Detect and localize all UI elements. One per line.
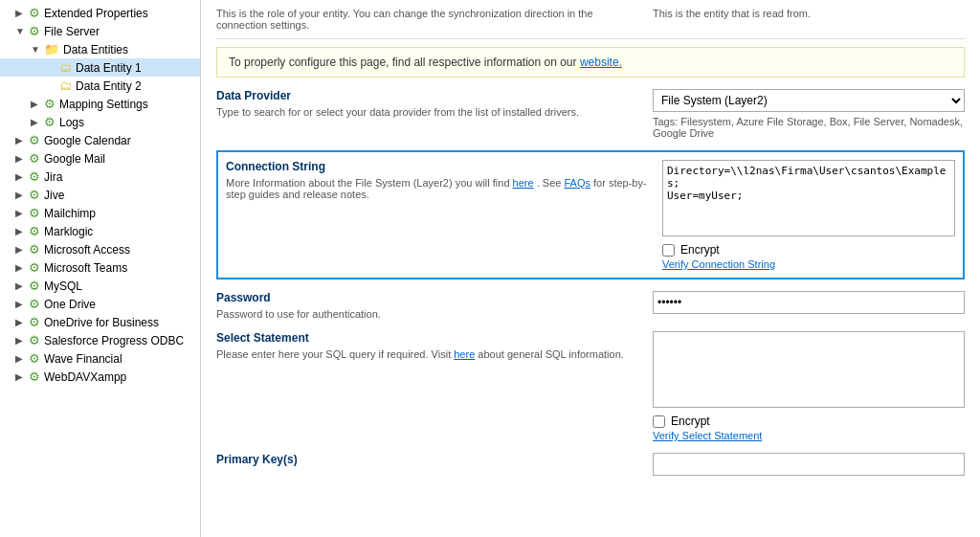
sidebar-item-wave-financial[interactable]: ▶⚙Wave Financial xyxy=(0,349,200,368)
sidebar: ▶⚙Extended Properties▼⚙File Server▼📁Data… xyxy=(0,0,201,537)
sidebar-item-google-calendar[interactable]: ▶⚙Google Calendar xyxy=(0,131,200,149)
primary-keys-label-area: Primary Key(s) xyxy=(216,453,637,476)
entity-icon-data-entity-2: 🗂 xyxy=(59,78,72,93)
gear-icon-logs: ⚙ xyxy=(44,115,56,129)
data-provider-select[interactable]: File System (Layer2) xyxy=(653,89,965,112)
connection-string-label-area: Connection String More Information about… xyxy=(226,160,647,270)
sidebar-label-mailchimp: Mailchimp xyxy=(44,207,96,220)
select-statement-textarea[interactable] xyxy=(653,331,965,408)
sidebar-label-data-entity-1: Data Entity 1 xyxy=(76,61,142,75)
password-heading: Password xyxy=(216,291,637,304)
select-statement-label-area: Select Statement Please enter here your … xyxy=(216,331,637,441)
gear-icon-file-server: ⚙ xyxy=(29,24,40,38)
sidebar-label-mysql: MySQL xyxy=(44,280,82,293)
info-banner-link[interactable]: website. xyxy=(580,56,622,69)
data-provider-desc: Type to search for or select your data p… xyxy=(216,106,637,118)
sidebar-item-data-entity-2[interactable]: 🗂Data Entity 2 xyxy=(0,77,200,95)
sidebar-item-microsoft-teams[interactable]: ▶⚙Microsoft Teams xyxy=(0,258,200,277)
sel-desc-after: about general SQL information. xyxy=(478,348,623,360)
primary-keys-control xyxy=(653,453,965,476)
gear-icon-salesforce-progress: ⚙ xyxy=(29,333,40,347)
connection-string-control: Directory=\\l2nas\Firma\User\csantos\Exa… xyxy=(662,160,955,270)
sidebar-label-extended-properties: Extended Properties xyxy=(44,7,148,20)
sidebar-item-jira[interactable]: ▶⚙Jira xyxy=(0,168,200,186)
sidebar-item-salesforce-progress[interactable]: ▶⚙Salesforce Progress ODBC xyxy=(0,331,200,349)
connection-verify-link[interactable]: Verify Connection String xyxy=(662,258,955,270)
connection-string-heading: Connection String xyxy=(226,160,647,173)
folder-icon-data-entities: 📁 xyxy=(44,42,59,56)
data-provider-label-area: Data Provider Type to search for or sele… xyxy=(216,89,637,139)
gear-icon-extended-properties: ⚙ xyxy=(29,6,40,20)
expand-arrow-mailchimp: ▶ xyxy=(15,208,27,218)
gear-icon-mailchimp: ⚙ xyxy=(29,206,40,220)
sidebar-label-one-drive: One Drive xyxy=(44,298,96,311)
sel-desc-before: Please enter here your SQL query if requ… xyxy=(216,348,451,360)
select-encrypt-label: Encrypt xyxy=(671,414,710,428)
sidebar-item-mapping-settings[interactable]: ▶⚙Mapping Settings xyxy=(0,95,200,113)
primary-keys-input[interactable] xyxy=(653,453,965,476)
info-banner-text: To properly configure this page, find al… xyxy=(229,56,577,69)
expand-arrow-file-server: ▼ xyxy=(15,26,27,36)
main-content: This is the role of your entity. You can… xyxy=(201,0,980,537)
sidebar-item-extended-properties[interactable]: ▶⚙Extended Properties xyxy=(0,4,200,22)
sidebar-label-onedrive-business: OneDrive for Business xyxy=(44,316,159,329)
sidebar-label-data-entities: Data Entities xyxy=(63,43,128,56)
sidebar-item-file-server[interactable]: ▼⚙File Server xyxy=(0,22,200,40)
expand-arrow-salesforce-progress: ▶ xyxy=(15,335,27,346)
password-desc: Password to use for authentication. xyxy=(216,308,637,320)
sidebar-item-one-drive[interactable]: ▶⚙One Drive xyxy=(0,295,200,313)
conn-desc-before: More Information about the File System (… xyxy=(226,177,510,189)
connection-encrypt-checkbox[interactable] xyxy=(662,244,675,257)
gear-icon-jira: ⚙ xyxy=(29,169,40,184)
connection-string-desc: More Information about the File System (… xyxy=(226,177,647,200)
conn-here-link[interactable]: here xyxy=(513,177,534,189)
entity-icon-data-entity-1: 🗂 xyxy=(59,60,72,75)
sidebar-label-file-server: File Server xyxy=(44,25,100,38)
expand-arrow-jira: ▶ xyxy=(15,171,27,182)
select-verify-link[interactable]: Verify Select Statement xyxy=(653,430,965,441)
expand-arrow-google-mail: ▶ xyxy=(15,153,27,164)
data-provider-control: File System (Layer2) Tags: Filesystem, A… xyxy=(653,89,965,139)
select-encrypt-row: Encrypt xyxy=(653,414,965,428)
sidebar-item-data-entity-1[interactable]: 🗂Data Entity 1 xyxy=(0,58,200,77)
sidebar-item-mysql[interactable]: ▶⚙MySQL xyxy=(0,277,200,295)
entity-type-row: This is the role of your entity. You can… xyxy=(216,8,965,31)
conn-desc-middle: . See xyxy=(537,177,562,189)
sidebar-item-jive[interactable]: ▶⚙Jive xyxy=(0,186,200,204)
sidebar-item-google-mail[interactable]: ▶⚙Google Mail xyxy=(0,149,200,168)
gear-icon-wave-financial: ⚙ xyxy=(29,351,40,366)
sidebar-label-salesforce-progress: Salesforce Progress ODBC xyxy=(44,334,184,347)
gear-icon-mysql: ⚙ xyxy=(29,279,40,293)
sidebar-item-microsoft-access[interactable]: ▶⚙Microsoft Access xyxy=(0,240,200,258)
connection-string-box: Connection String More Information about… xyxy=(216,150,965,280)
gear-icon-google-calendar: ⚙ xyxy=(29,133,40,147)
sidebar-label-marklogic: Marklogic xyxy=(44,225,93,238)
select-encrypt-checkbox[interactable] xyxy=(653,415,665,428)
data-provider-heading: Data Provider xyxy=(216,89,637,102)
connection-encrypt-row: Encrypt xyxy=(662,243,955,257)
sidebar-item-data-entities[interactable]: ▼📁Data Entities xyxy=(0,40,200,58)
data-provider-tags: Tags: Filesystem, Azure File Storage, Bo… xyxy=(653,116,965,139)
sidebar-label-logs: Logs xyxy=(59,116,84,129)
conn-faqs-link[interactable]: FAQs xyxy=(564,177,590,189)
expand-arrow-wave-financial: ▶ xyxy=(15,353,27,364)
expand-arrow-onedrive-business: ▶ xyxy=(15,317,27,327)
primary-keys-heading: Primary Key(s) xyxy=(216,453,637,466)
connection-string-textarea[interactable]: Directory=\\l2nas\Firma\User\csantos\Exa… xyxy=(662,160,955,236)
select-statement-section: Select Statement Please enter here your … xyxy=(216,331,965,441)
sidebar-label-jive: Jive xyxy=(44,189,64,202)
sidebar-item-logs[interactable]: ▶⚙Logs xyxy=(0,113,200,131)
sidebar-label-google-calendar: Google Calendar xyxy=(44,134,131,147)
password-label-area: Password Password to use for authenticat… xyxy=(216,291,637,320)
sidebar-item-webdav-xampp[interactable]: ▶⚙WebDAVXampp xyxy=(0,368,200,386)
expand-arrow-microsoft-teams: ▶ xyxy=(15,262,27,273)
expand-arrow-jive: ▶ xyxy=(15,190,27,200)
sidebar-item-mailchimp[interactable]: ▶⚙Mailchimp xyxy=(0,204,200,222)
sel-here-link[interactable]: here xyxy=(454,348,475,360)
password-input[interactable] xyxy=(653,291,965,314)
expand-arrow-one-drive: ▶ xyxy=(15,299,27,309)
sidebar-item-onedrive-business[interactable]: ▶⚙OneDrive for Business xyxy=(0,313,200,331)
primary-keys-section: Primary Key(s) xyxy=(216,453,965,476)
expand-arrow-marklogic: ▶ xyxy=(15,226,27,236)
sidebar-item-marklogic[interactable]: ▶⚙Marklogic xyxy=(0,222,200,240)
